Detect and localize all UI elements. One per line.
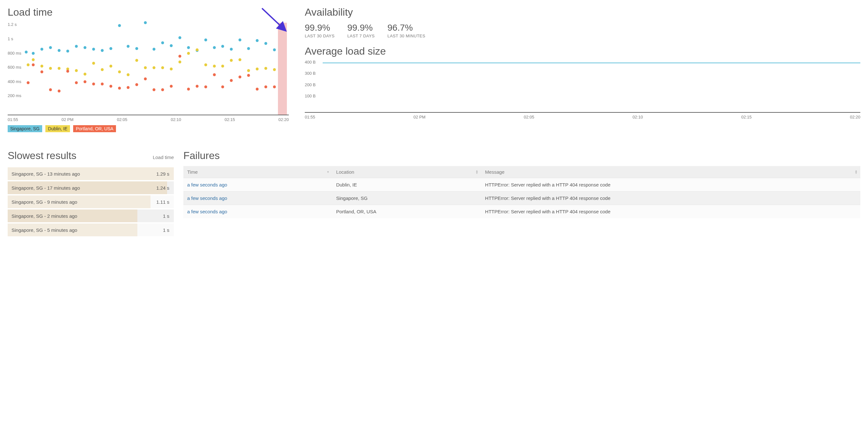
data-point [161,66,164,69]
data-point [109,85,112,88]
data-point [83,46,86,49]
failure-location: Portland, OR, USA [332,205,481,219]
data-point [239,59,242,61]
x-tick-label: 02:20 [278,117,289,122]
data-point [135,47,138,50]
data-point [92,47,95,51]
x-tick-label: 02:05 [524,114,534,120]
failure-message: HTTPError: Server replied with a HTTP 40… [481,178,860,192]
legend: Singapore, SG Dublin, IE Portland, OR, U… [8,125,289,132]
stat-value: 99.9% [347,23,375,33]
x-tick-label: 02:10 [170,117,181,122]
data-point [273,86,276,89]
x-tick-label: 02:15 [741,114,752,120]
slowest-column-label: Load time [153,155,174,160]
data-point [273,48,276,52]
y-tick-label: 800 ms [8,51,26,55]
stat-label: LAST 30 MINUTES [388,34,425,38]
data-point [273,68,276,71]
data-point [221,45,224,47]
data-point [152,88,155,91]
data-point [126,86,129,89]
x-tick-label: 02 PM [61,117,73,122]
y-tick-label: 400 B [305,59,316,64]
data-point [256,68,259,71]
column-header-time[interactable]: Time ▾ [183,166,332,178]
x-tick-label: 02 PM [413,114,426,120]
data-point [169,68,173,71]
data-point [169,85,173,88]
slowest-result-row[interactable]: Singapore, SG - 5 minutes ago1 s [8,224,174,236]
data-point [75,69,78,72]
data-point [204,63,207,66]
data-point [126,73,129,76]
stat-label: LAST 30 DAYS [305,34,335,38]
y-tick-label: 200 ms [8,93,26,98]
x-tick-label: 02:15 [225,117,235,122]
data-point [109,47,112,50]
failure-time-link[interactable]: a few seconds ago [187,195,227,201]
slowest-result-row[interactable]: Singapore, SG - 17 minutes ago1.24 s [8,181,174,194]
data-point [40,65,43,68]
y-tick-label: 1 s [8,36,26,41]
slowest-result-row[interactable]: Singapore, SG - 9 minutes ago1.11 s [8,195,174,208]
data-line [323,63,860,63]
row-label: Singapore, SG - 17 minutes ago [8,185,80,191]
load-size-chart: 100 B200 B300 B400 B [305,62,860,113]
row-value: 1.11 s [156,199,169,205]
failure-time-link[interactable]: a few seconds ago [187,182,227,188]
data-point [92,62,95,65]
failure-location: Dublin, IE [332,178,481,192]
load-time-panel: Load time 200 ms400 ms600 ms800 ms1 s1.2… [8,6,289,132]
availability-stat: 99.9% LAST 30 DAYS [305,23,335,38]
column-header-location[interactable]: Location ▴▾ [332,166,481,178]
column-header-message[interactable]: Message ▴▾ [481,166,860,178]
legend-item[interactable]: Dublin, IE [45,125,70,132]
data-point [256,39,259,42]
data-point [144,22,147,24]
data-point [83,80,86,84]
failures-title: Failures [183,150,860,162]
data-point [265,42,268,45]
data-point [247,74,250,77]
y-tick-label: 400 ms [8,79,26,84]
data-point [239,38,242,41]
slowest-result-row[interactable]: Singapore, SG - 13 minutes ago1.29 s [8,167,174,180]
table-row: a few seconds agoPortland, OR, USAHTTPEr… [183,205,860,219]
data-point [265,67,268,70]
data-point [221,65,224,68]
availability-title: Availability [305,6,860,18]
data-point [187,46,190,49]
failure-time-link[interactable]: a few seconds ago [187,209,227,214]
x-tick-label: 01:55 [305,114,315,120]
data-point [75,45,78,47]
failures-table: Time ▾ Location ▴▾ Message ▴▾ a few seco… [183,166,860,218]
table-row: a few seconds agoSingapore, SGHTTPError:… [183,192,860,205]
data-point [58,67,60,70]
slowest-title: Slowest results [8,150,76,162]
data-point [32,59,34,61]
failure-band [278,23,287,114]
data-point [213,73,216,76]
data-point [40,47,43,51]
data-point [49,67,52,70]
data-point [75,81,78,84]
legend-item[interactable]: Portland, OR, USA [73,125,116,132]
data-point [32,63,34,66]
slowest-result-row[interactable]: Singapore, SG - 2 minutes ago1 s [8,209,174,222]
stat-label: LAST 7 DAYS [347,34,375,38]
data-point [25,51,28,53]
load-size-title: Average load size [305,45,860,57]
availability-stat: 99.9% LAST 7 DAYS [347,23,375,38]
data-point [144,77,147,80]
load-time-title: Load time [8,6,289,18]
data-point [126,45,129,47]
data-point [178,36,181,39]
data-point [32,52,34,55]
data-point [178,55,181,58]
legend-item[interactable]: Singapore, SG [8,125,42,132]
x-tick-label: 02:10 [632,114,643,120]
data-point [169,44,173,47]
data-point [187,52,190,55]
table-row: a few seconds agoDublin, IEHTTPError: Se… [183,178,860,192]
